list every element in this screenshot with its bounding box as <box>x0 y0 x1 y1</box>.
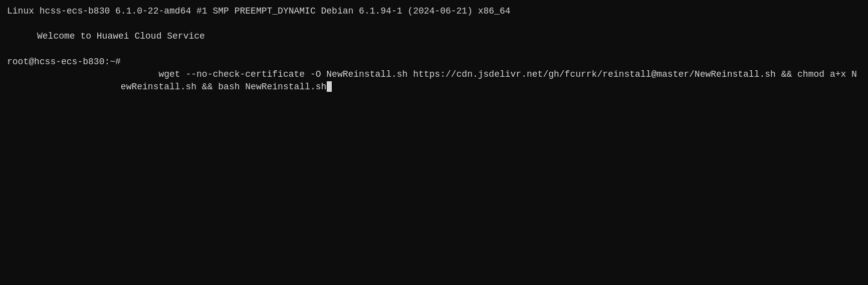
system-info-line: Linux hcss-ecs-b830 6.1.0-22-amd64 #1 SM… <box>7 5 861 18</box>
cursor <box>327 81 332 92</box>
blank-line-1 <box>7 18 861 30</box>
command-text: wget --no-check-certificate -O NewReinst… <box>121 69 857 92</box>
blank-line-2 <box>7 43 861 56</box>
terminal-prompt: root@hcss-ecs-b830:~# <box>7 56 121 68</box>
command-line[interactable]: root@hcss-ecs-b830:~# wget --no-check-ce… <box>7 56 861 106</box>
welcome-line: Welcome to Huawei Cloud Service <box>37 30 861 43</box>
command-input[interactable]: wget --no-check-certificate -O NewReinst… <box>121 56 861 106</box>
terminal-window: Linux hcss-ecs-b830 6.1.0-22-amd64 #1 SM… <box>7 5 861 280</box>
